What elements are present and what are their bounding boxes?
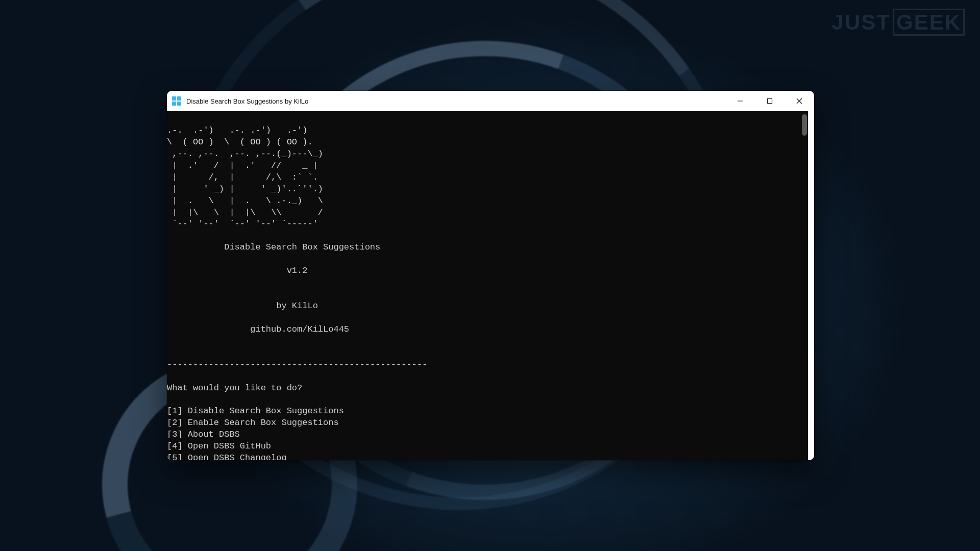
menu-option-3: [3] About DSBS xyxy=(167,430,240,439)
prompt-question: What would you like to do? xyxy=(167,383,302,393)
minimize-button[interactable] xyxy=(725,91,755,111)
menu-option-4: [4] Open DSBS GitHub xyxy=(167,441,271,451)
separator-line: ----------------------------------------… xyxy=(167,360,427,369)
console[interactable]: .-. .-') .-. .-') .-') \ ( OO ) \ ( OO )… xyxy=(167,111,808,460)
close-button[interactable] xyxy=(785,91,814,111)
desktop-background: JUSTGEEK Disable Search Box Suggestions … xyxy=(0,0,980,551)
svg-rect-0 xyxy=(172,96,176,101)
version-line: v1.2 xyxy=(167,265,808,277)
author-line: by KilLo xyxy=(167,300,808,312)
titlebar[interactable]: Disable Search Box Suggestions by KilLo xyxy=(167,91,814,111)
svg-rect-5 xyxy=(768,99,772,104)
ascii-art-banner: .-. .-') .-. .-') .-') \ ( OO ) \ ( OO )… xyxy=(167,126,323,229)
maximize-button[interactable] xyxy=(755,91,785,111)
watermark: JUSTGEEK xyxy=(832,10,965,35)
watermark-right: GEEK xyxy=(893,9,965,36)
svg-rect-3 xyxy=(177,102,181,106)
app-window: Disable Search Box Suggestions by KilLo … xyxy=(167,91,814,460)
svg-rect-2 xyxy=(172,102,176,106)
app-name-line: Disable Search Box Suggestions xyxy=(167,242,808,254)
window-title: Disable Search Box Suggestions by KilLo xyxy=(186,97,308,105)
minimize-icon xyxy=(737,98,743,104)
close-icon xyxy=(796,98,802,104)
scrollbar-thumb[interactable] xyxy=(802,114,807,136)
console-frame: .-. .-') .-. .-') .-') \ ( OO ) \ ( OO )… xyxy=(167,111,814,460)
menu-option-5: [5] Open DSBS Changelog xyxy=(167,453,287,460)
app-icon xyxy=(172,96,181,106)
watermark-left: JUST xyxy=(832,10,891,34)
menu-option-1: [1] Disable Search Box Suggestions xyxy=(167,406,344,416)
menu-option-2: [2] Enable Search Box Suggestions xyxy=(167,418,339,428)
maximize-icon xyxy=(767,98,773,104)
repo-line: github.com/KilLo445 xyxy=(167,324,808,336)
svg-rect-1 xyxy=(177,96,181,101)
